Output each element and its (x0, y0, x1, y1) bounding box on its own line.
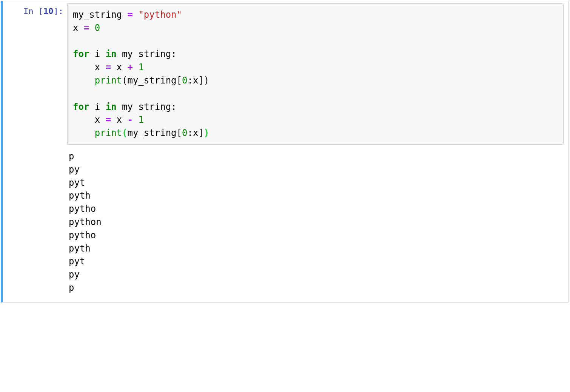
prompt-close-bracket: ]: (54, 6, 64, 16)
code-token: [ (177, 128, 182, 138)
code-token: "python" (138, 9, 182, 20)
code-token: in (106, 102, 117, 112)
code-token (133, 114, 138, 125)
code-token: ] (198, 128, 203, 138)
code-input-area[interactable]: my_string = "python" x = 0 for i in my_s… (67, 3, 564, 145)
code-token: ( (122, 75, 127, 86)
code-token (73, 75, 95, 86)
code-token: : (171, 102, 176, 112)
code-token: : (187, 75, 193, 86)
code-token: = (78, 23, 94, 33)
code-token: i (95, 102, 100, 112)
output-area: p py pyt pyth pytho python pytho pyth py… (67, 150, 564, 295)
code-token: for (73, 102, 89, 112)
code-token: : (187, 128, 193, 138)
code-token: in (106, 49, 117, 59)
code-token (100, 102, 105, 112)
code-token (122, 62, 127, 73)
code-token: : (171, 49, 176, 59)
code-token: 1 (138, 114, 143, 125)
code-token: ) (204, 75, 209, 86)
code-token: my_string (73, 9, 122, 20)
code-token (100, 49, 105, 59)
code-token: 0 (95, 23, 100, 33)
code-token (133, 62, 138, 73)
input-prompt: In [10]: (3, 1, 67, 302)
code-token: for (73, 49, 89, 59)
code-token: x (117, 114, 122, 125)
code-token: = (122, 9, 138, 20)
code-token: + (128, 62, 133, 73)
code-token-matched-paren: ( (122, 128, 127, 138)
code-token: my_string (122, 49, 171, 59)
code-token: 0 (182, 75, 187, 86)
prompt-exec-count: 10 (43, 6, 54, 16)
code-token: i (95, 49, 100, 59)
code-token: my_string (122, 102, 171, 112)
code-editor[interactable]: my_string = "python" x = 0 for i in my_s… (73, 8, 558, 140)
code-token: x (95, 114, 100, 125)
code-token: = (100, 62, 116, 73)
code-token: ] (198, 75, 203, 86)
code-token (117, 102, 122, 112)
prompt-open-bracket: [ (39, 6, 43, 16)
code-token (89, 49, 94, 59)
code-token: 1 (138, 62, 143, 73)
cell-content: my_string = "python" x = 0 for i in my_s… (67, 1, 568, 302)
code-token (122, 114, 127, 125)
code-token (73, 128, 95, 138)
prompt-in-label: In (23, 6, 39, 16)
code-token-matched-paren: ) (204, 128, 209, 138)
code-token: = (100, 114, 116, 125)
code-token: x (193, 75, 198, 86)
code-token: my_string (128, 128, 177, 138)
code-token: my_string (128, 75, 177, 86)
code-token: x (73, 23, 78, 33)
code-token: print (95, 128, 122, 138)
code-token: 0 (182, 128, 187, 138)
code-token: x (193, 128, 198, 138)
code-token: - (128, 114, 133, 125)
code-token: x (95, 62, 100, 73)
code-token: print (95, 75, 122, 86)
code-token (73, 62, 95, 73)
code-token (89, 102, 94, 112)
code-token (73, 114, 95, 125)
code-token: x (117, 62, 122, 73)
code-token: [ (177, 75, 182, 86)
code-token (117, 49, 122, 59)
notebook-cell: In [10]: my_string = "python" x = 0 for … (1, 1, 568, 302)
